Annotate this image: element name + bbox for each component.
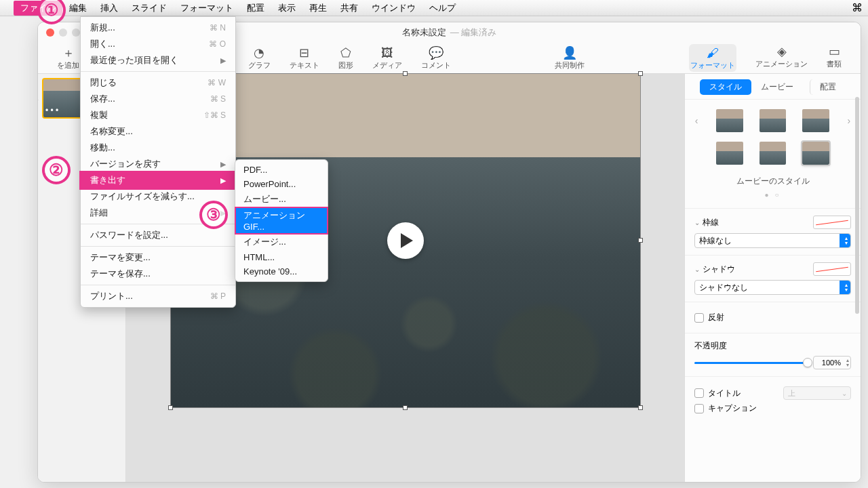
diamond-icon: ◈ bbox=[777, 44, 787, 59]
opacity-slider[interactable] bbox=[694, 362, 808, 364]
menu-close[interactable]: 閉じる⌘ W bbox=[81, 75, 235, 91]
style-prev[interactable]: ‹ bbox=[693, 115, 700, 126]
doc-icon: ▭ bbox=[829, 44, 840, 59]
media-icon: 🖼 bbox=[381, 45, 393, 60]
brush-icon: 🖌 bbox=[707, 45, 719, 60]
tb-doc[interactable]: ▭書類 bbox=[827, 44, 842, 72]
style-thumb-5[interactable] bbox=[760, 142, 786, 165]
menu-save-theme[interactable]: テーマを保存... bbox=[81, 266, 235, 282]
tb-shape[interactable]: ⬠図形 bbox=[338, 45, 353, 70]
menu-play[interactable]: 再生 bbox=[302, 1, 334, 16]
style-thumb-4[interactable] bbox=[716, 142, 743, 165]
title-position-select[interactable]: 上 bbox=[783, 386, 851, 400]
slide-number: 1 bbox=[37, 93, 39, 102]
tab-arrange[interactable]: 配置 bbox=[810, 79, 846, 95]
shadow-select[interactable]: シャドウなし▴▾ bbox=[694, 280, 851, 295]
caption-checkbox[interactable] bbox=[694, 404, 704, 413]
tb-add-slide[interactable]: ＋を追加 bbox=[57, 45, 79, 70]
menu-share[interactable]: 共有 bbox=[334, 1, 365, 16]
title-label: タイトル bbox=[708, 388, 741, 399]
menu-new[interactable]: 新規...⌘ N bbox=[81, 20, 235, 36]
menu-open[interactable]: 開く...⌘ O bbox=[81, 36, 235, 52]
menu-view[interactable]: 表示 bbox=[271, 1, 302, 16]
window-subtitle: — 編集済み bbox=[450, 26, 497, 39]
annotation-2: ② bbox=[42, 156, 71, 184]
menu-rename[interactable]: 名称変更... bbox=[81, 123, 235, 140]
inspector-tabs: スタイル ムービー 配置 bbox=[685, 74, 861, 100]
export-animated-gif[interactable]: アニメーションGIF... bbox=[235, 207, 328, 234]
tab-style[interactable]: スタイル bbox=[700, 79, 751, 95]
style-thumbnails: ‹ › ムービーのスタイル ● ○ bbox=[685, 100, 861, 208]
menu-format[interactable]: フォーマット bbox=[174, 1, 240, 16]
style-thumb-6[interactable] bbox=[802, 142, 829, 165]
menu-help[interactable]: ヘルプ bbox=[422, 1, 462, 16]
menu-insert[interactable]: 挿入 bbox=[94, 1, 125, 16]
menu-recent[interactable]: 最近使った項目を開く▶ bbox=[81, 52, 235, 68]
export-movie[interactable]: ムービー... bbox=[235, 191, 328, 207]
slide-dots: • • • bbox=[45, 106, 58, 115]
tb-chart[interactable]: ◔グラフ bbox=[248, 45, 271, 70]
tb-media[interactable]: 🖼メディア bbox=[372, 45, 402, 70]
export-image[interactable]: イメージ... bbox=[235, 234, 328, 250]
section-border: ⌄枠線 枠線なし▴▾ bbox=[685, 208, 861, 255]
annotation-3: ③ bbox=[199, 201, 228, 229]
file-menu-dropdown: 新規...⌘ N 開く...⌘ O 最近使った項目を開く▶ 閉じる⌘ W 保存.… bbox=[80, 16, 236, 308]
comment-icon: 💬 bbox=[429, 45, 443, 60]
opacity-value[interactable]: 100%▴▾ bbox=[813, 356, 851, 369]
traffic-lights[interactable] bbox=[46, 28, 80, 37]
shape-icon: ⬠ bbox=[340, 45, 351, 60]
menu-window[interactable]: ウインドウ bbox=[365, 1, 422, 16]
tb-comment[interactable]: 💬コメント bbox=[421, 45, 451, 70]
style-thumb-1[interactable] bbox=[716, 109, 743, 132]
chevron-down-icon[interactable]: ⌄ bbox=[694, 266, 700, 273]
menu-change-theme[interactable]: テーマを変更... bbox=[81, 249, 235, 266]
menu-print[interactable]: プリント...⌘ P bbox=[81, 288, 235, 304]
collab-icon: 👤 bbox=[562, 45, 577, 60]
menubar-right-icon[interactable]: ⌘ bbox=[852, 1, 863, 14]
menu-slide[interactable]: スライド bbox=[125, 1, 174, 16]
menu-revert[interactable]: バージョンを戻す▶ bbox=[81, 156, 235, 172]
menubar: ファイル 編集 挿入 スライド フォーマット 配置 表示 再生 共有 ウインドウ… bbox=[0, 0, 868, 16]
tb-animate[interactable]: ◈アニメーション bbox=[755, 44, 808, 72]
menu-move[interactable]: 移動... bbox=[81, 140, 235, 156]
chevron-down-icon[interactable]: ⌄ bbox=[694, 219, 700, 226]
section-opacity: 不透明度 100%▴▾ bbox=[685, 333, 861, 376]
movie-play-button[interactable] bbox=[387, 222, 424, 259]
border-label: 枠線 bbox=[703, 218, 719, 227]
annotation-1: ① bbox=[37, 0, 66, 24]
inspector-scrollbar[interactable] bbox=[855, 97, 859, 314]
shadow-swatch[interactable] bbox=[813, 262, 851, 276]
tb-format[interactable]: 🖌フォーマット bbox=[689, 44, 736, 72]
style-next[interactable]: › bbox=[846, 115, 852, 126]
export-pdf[interactable]: PDF... bbox=[235, 163, 328, 177]
window-title: 名称未設定 bbox=[402, 26, 446, 39]
menu-edit[interactable]: 編集 bbox=[62, 1, 94, 16]
style-thumb-2[interactable] bbox=[760, 109, 786, 132]
opacity-label: 不透明度 bbox=[694, 340, 851, 352]
shadow-label: シャドウ bbox=[703, 264, 735, 274]
menu-duplicate[interactable]: 複製⇧⌘ S bbox=[81, 107, 235, 123]
menu-password[interactable]: パスワードを設定... bbox=[81, 227, 235, 243]
export-html[interactable]: HTML... bbox=[235, 250, 328, 264]
export-keynote09[interactable]: Keynote '09... bbox=[235, 264, 328, 279]
reflect-checkbox[interactable] bbox=[694, 313, 704, 323]
export-powerpoint[interactable]: PowerPoint... bbox=[235, 177, 328, 191]
menu-export[interactable]: 書き出す▶ bbox=[81, 172, 235, 188]
menu-save[interactable]: 保存...⌘ S bbox=[81, 91, 235, 107]
style-thumb-3[interactable] bbox=[802, 109, 829, 132]
tb-collab[interactable]: 👤共同制作 bbox=[555, 45, 585, 70]
section-reflect: 反射 bbox=[685, 302, 861, 333]
section-shadow: ⌄シャドウ シャドウなし▴▾ bbox=[685, 255, 861, 302]
style-page-dots[interactable]: ● ○ bbox=[693, 191, 852, 204]
title-checkbox[interactable] bbox=[694, 388, 704, 398]
tab-movie[interactable]: ムービー bbox=[751, 79, 803, 95]
tb-text[interactable]: ⊟テキスト bbox=[290, 45, 319, 70]
border-select[interactable]: 枠線なし▴▾ bbox=[694, 233, 851, 248]
export-submenu: PDF... PowerPoint... ムービー... アニメーションGIF.… bbox=[235, 159, 328, 282]
style-label: ムービーのスタイル bbox=[693, 174, 852, 191]
border-swatch[interactable] bbox=[813, 216, 851, 229]
chart-icon: ◔ bbox=[254, 45, 264, 60]
section-title-caption: タイトル 上 キャプション bbox=[685, 376, 861, 424]
inspector-panel: スタイル ムービー 配置 ‹ › ム bbox=[684, 74, 861, 482]
menu-arrange[interactable]: 配置 bbox=[240, 1, 271, 16]
